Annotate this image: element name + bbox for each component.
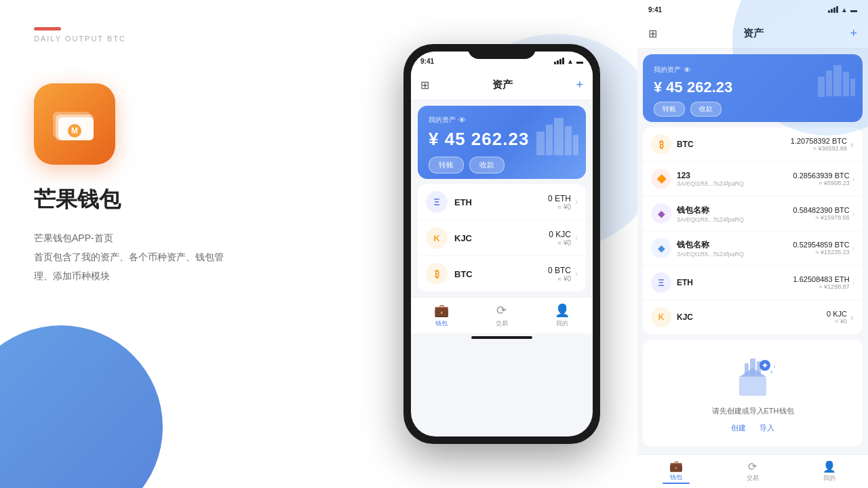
right-tab-bar: 💼 钱包 ⟳ 交易 👤 我的: [637, 454, 868, 488]
phone-screen: 9:41 ▲ ▬ ⊞ 资产 +: [411, 52, 593, 436]
right-wallet1-info: 钱包名称 3ArEQt1R8...TsZ4fpaRQ: [677, 205, 793, 223]
svg-rect-17: [745, 363, 749, 375]
right-eye-icon[interactable]: 👁: [684, 66, 691, 74]
eth-name: ETH: [454, 197, 472, 207]
coin-item-btc[interactable]: ₿ BTC 0 BTC ≈ ¥0 ›: [418, 256, 586, 291]
right-transaction-tab-label: 交易: [747, 474, 759, 483]
kjc-name: KJC: [454, 233, 472, 243]
right-transfer-button[interactable]: 转账: [654, 102, 685, 117]
right-tab-mine[interactable]: 👤 我的: [791, 460, 868, 483]
phone-nav-add-icon[interactable]: +: [576, 78, 583, 92]
desc-line2: 首页包含了我的资产、各个币种资产、钱包管: [34, 247, 332, 266]
right-wallet2-chevron: ›: [852, 245, 854, 252]
right-btc-balance: 1.20758392 BTC ≈ ¥36592.89: [791, 137, 847, 152]
buildings-decoration: [533, 111, 580, 159]
coin-list: Ξ ETH 0 ETH ≈ ¥0 › K KJC: [418, 184, 586, 291]
right-123-balance: 0.28563939 BTC ≈ ¥5908.23: [793, 171, 849, 186]
svg-rect-7: [554, 118, 564, 155]
right-wallet2-balance: 0.52954859 BTC ≈ ¥15235.23: [793, 241, 849, 256]
svg-rect-14: [850, 79, 855, 96]
phone-notch: [468, 44, 536, 59]
svg-rect-6: [546, 125, 553, 155]
phone-nav-left-icon[interactable]: ⊞: [420, 79, 429, 92]
right-coin-item-wallet1[interactable]: ◆ 钱包名称 3ArEQt1R8...TsZ4fpaRQ 0.58482390 …: [643, 197, 863, 231]
phone-content: 我的资产 👁 ¥ 45 262.23 转账 收款: [411, 100, 593, 297]
mine-tab-icon: 👤: [555, 303, 570, 318]
transaction-tab-icon: ⟳: [496, 303, 507, 318]
svg-text:M: M: [71, 126, 78, 136]
right-mine-tab-label: 我的: [823, 474, 835, 483]
right-transaction-tab-icon: ⟳: [748, 460, 757, 473]
eth-create-link[interactable]: 创建: [731, 423, 746, 433]
btc-icon: ₿: [426, 263, 448, 285]
red-bar: [34, 27, 61, 30]
svg-rect-10: [818, 77, 825, 97]
right-eth-balance: 1.62508483 ETH ≈ ¥1288.87: [793, 275, 849, 290]
right-eth-chevron: ›: [852, 279, 854, 287]
phone-nav-title: 资产: [492, 79, 513, 92]
kjc-balance: 0 KJC ≈ ¥0: [549, 230, 571, 247]
right-wallet-tab-label: 钱包: [670, 473, 682, 482]
tab-wallet[interactable]: 💼 钱包: [411, 303, 471, 328]
right-time: 9:41: [648, 6, 662, 14]
right-123-icon: 🔶: [651, 169, 671, 189]
desc-line1: 芒果钱包APP-首页: [34, 228, 332, 247]
transaction-tab-label: 交易: [496, 319, 508, 328]
svg-rect-15: [739, 377, 766, 396]
right-coin-item-eth[interactable]: Ξ ETH 1.62508483 ETH ≈ ¥1288.87 ›: [643, 266, 863, 300]
mine-tab-label: 我的: [556, 319, 568, 328]
eth-import-link[interactable]: 导入: [760, 423, 774, 433]
eth-balance: 0 ETH ≈ ¥0: [548, 194, 571, 211]
right-tab-active-indicator: [663, 483, 690, 484]
tab-mine[interactable]: 👤 我的: [532, 303, 593, 328]
right-wallet1-icon: ◆: [651, 203, 671, 224]
right-coin-item-kjc[interactable]: K KJC 0 KJC ≈ ¥0 ∨: [643, 300, 863, 334]
wallet-tab-icon: 💼: [434, 303, 449, 318]
wallet-tab-label: 钱包: [435, 319, 448, 328]
left-panel: DAILY OUTPUT BTC M 芒果钱包 芒果钱包APP-首页 首页包含了…: [0, 0, 366, 488]
svg-point-24: [774, 366, 776, 368]
app-subtitle: DAILY OUTPUT BTC: [34, 35, 332, 43]
eth-empty-text: 请先创建或导入ETH钱包: [656, 406, 849, 416]
right-kjc-chevron: ∨: [850, 314, 854, 321]
eth-empty-links: 创建 导入: [656, 423, 849, 433]
receive-button[interactable]: 收款: [469, 157, 505, 174]
eye-icon[interactable]: 👁: [458, 116, 466, 124]
coin-item-kjc[interactable]: K KJC 0 KJC ≈ ¥0 ›: [418, 220, 586, 256]
tab-transaction[interactable]: ⟳ 交易: [471, 303, 532, 328]
svg-point-23: [770, 371, 773, 373]
right-wallet-tab-icon: 💼: [669, 460, 683, 472]
eth-icon: Ξ: [426, 191, 448, 213]
svg-rect-8: [565, 126, 572, 155]
middle-panel: 9:41 ▲ ▬ ⊞ 资产 +: [366, 0, 637, 488]
btc-arrow: ›: [575, 269, 578, 279]
right-kjc-icon: K: [651, 307, 671, 327]
right-tab-transaction[interactable]: ⟳ 交易: [714, 460, 791, 483]
kjc-icon: K: [426, 227, 448, 249]
transfer-button[interactable]: 转账: [429, 157, 464, 174]
right-coin-item-123[interactable]: 🔶 123 3ArEQt1R8...TsZ4fpaRQ 0.28563939 B…: [643, 162, 863, 197]
right-eth-info: ETH: [677, 278, 793, 287]
right-btc-chevron: ∨: [850, 141, 854, 148]
asset-card-buttons: 转账 收款: [429, 157, 575, 174]
right-asset-card: 我的资产 👁 ¥ 45 262.23 转账 收款: [643, 54, 863, 122]
right-receive-button[interactable]: 收款: [690, 102, 722, 117]
app-title: 芒果钱包: [34, 185, 332, 215]
right-coin-item-wallet2[interactable]: ◆ 钱包名称 3ArEQt1R8...TsZ4fpaRQ 0.52954859 …: [643, 231, 863, 266]
right-tab-wallet[interactable]: 💼 钱包: [637, 460, 714, 484]
right-content: 我的资产 👁 ¥ 45 262.23 转账 收款 ₿: [637, 49, 868, 454]
svg-rect-11: [826, 70, 832, 96]
right-btc-icon: ₿: [651, 134, 671, 155]
svg-rect-13: [843, 72, 849, 96]
phone-status-right: ▲ ▬: [554, 58, 583, 65]
coin-item-eth[interactable]: Ξ ETH 0 ETH ≈ ¥0 ›: [418, 184, 586, 220]
app-desc: 芒果钱包APP-首页 首页包含了我的资产、各个币种资产、钱包管 理、添加币种模块: [34, 228, 332, 285]
right-coin-list: ₿ BTC 1.20758392 BTC ≈ ¥36592.89 ∨ 🔶 123: [643, 127, 863, 334]
right-nav-left-icon[interactable]: ⊞: [648, 27, 657, 40]
svg-rect-12: [833, 65, 842, 96]
btc-name: BTC: [454, 269, 473, 279]
eth-empty-card: 请先创建或导入ETH钱包 创建 导入: [643, 340, 863, 447]
right-123-chevron: ›: [852, 176, 854, 183]
right-buildings-decoration: [816, 60, 857, 100]
right-wallet1-chevron: ›: [852, 210, 854, 218]
